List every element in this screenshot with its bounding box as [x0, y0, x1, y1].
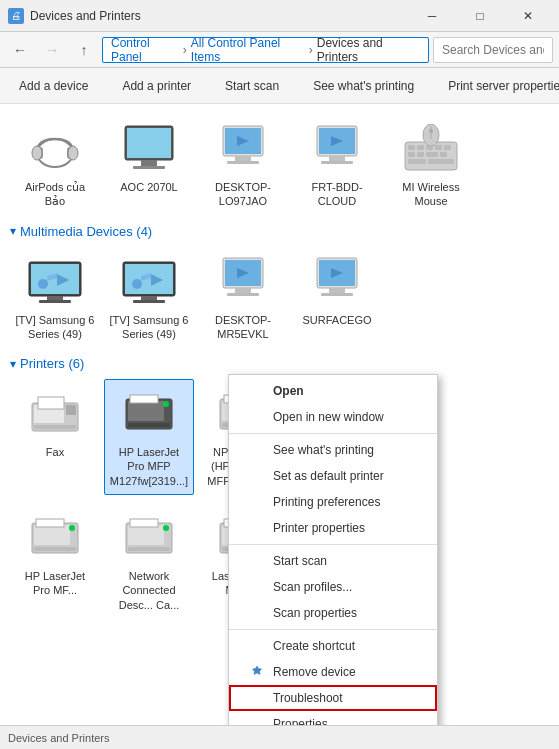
- address-path[interactable]: Control Panel › All Control Panel Items …: [102, 37, 429, 63]
- device-tv1[interactable]: [TV] Samsung 6 Series (49): [10, 247, 100, 349]
- svg-rect-59: [34, 425, 76, 429]
- device-mi-mouse[interactable]: MI Wireless Mouse: [386, 114, 476, 216]
- svg-point-64: [163, 401, 169, 407]
- ctx-remove-device[interactable]: Remove device: [229, 659, 437, 685]
- svg-rect-28: [440, 152, 447, 157]
- svg-rect-58: [66, 405, 76, 415]
- add-printer-button[interactable]: Add a printer: [111, 72, 202, 100]
- top-devices-grid: AirPods của Bảo AOC 2070L: [10, 114, 549, 216]
- multimedia-section-header[interactable]: Multimedia Devices (4): [10, 224, 549, 239]
- device-hp-laserjet-selected[interactable]: HP LaserJet Pro MFP M127fw[2319...]: [104, 379, 194, 495]
- svg-point-74: [69, 525, 75, 531]
- context-menu: Open Open in new window See what's print…: [228, 374, 438, 725]
- ctx-troubleshoot-icon: [249, 690, 265, 706]
- ctx-open[interactable]: Open: [229, 378, 437, 404]
- tv2-icon: [119, 254, 179, 309]
- svg-rect-73: [34, 547, 76, 551]
- device-airpods[interactable]: AirPods của Bảo: [10, 114, 100, 216]
- svg-rect-45: [133, 300, 165, 303]
- device-desktop1[interactable]: DESKTOP-LO97JAO: [198, 114, 288, 216]
- ctx-printer-props[interactable]: Printer properties: [229, 515, 437, 541]
- minimize-button[interactable]: ─: [409, 0, 455, 32]
- forward-button[interactable]: →: [38, 36, 66, 64]
- search-input[interactable]: [433, 37, 553, 63]
- svg-rect-7: [141, 160, 157, 166]
- close-button[interactable]: ✕: [505, 0, 551, 32]
- svg-rect-75: [36, 519, 64, 527]
- svg-rect-21: [417, 145, 424, 150]
- window-title: Devices and Printers: [30, 9, 141, 23]
- svg-point-36: [38, 279, 48, 289]
- device-tv2[interactable]: [TV] Samsung 6 Series (49): [104, 247, 194, 349]
- hp2-label: HP LaserJet Pro MF...: [15, 569, 95, 598]
- ctx-default-printer[interactable]: Set as default printer: [229, 463, 437, 489]
- ctx-open-new-icon: [249, 409, 265, 425]
- svg-rect-80: [130, 519, 158, 527]
- svg-rect-13: [227, 161, 259, 164]
- ctx-printer-props-icon: [249, 520, 265, 536]
- svg-rect-77: [128, 525, 164, 545]
- window-controls: ─ □ ✕: [409, 0, 551, 32]
- title-bar: 🖨 Devices and Printers ─ □ ✕: [0, 0, 559, 32]
- device-aoc[interactable]: AOC 2070L: [104, 114, 194, 216]
- hp-laserjet-selected-label: HP LaserJet Pro MFP M127fw[2319...]: [109, 445, 189, 488]
- device-frt[interactable]: FRT-BDD-CLOUD: [292, 114, 382, 216]
- see-whats-printing-button[interactable]: See what's printing: [302, 72, 425, 100]
- aoc-label: AOC 2070L: [120, 180, 177, 194]
- svg-rect-62: [128, 401, 164, 421]
- svg-rect-41: [125, 264, 173, 294]
- ctx-printing-prefs[interactable]: Printing preferences: [229, 489, 437, 515]
- svg-rect-23: [435, 145, 442, 150]
- maximize-button[interactable]: □: [457, 0, 503, 32]
- ctx-create-shortcut[interactable]: Create shortcut: [229, 633, 437, 659]
- start-scan-button[interactable]: Start scan: [214, 72, 290, 100]
- network-icon: [119, 510, 179, 565]
- svg-rect-54: [329, 288, 345, 293]
- svg-rect-50: [227, 293, 259, 296]
- path-current: Devices and Printers: [317, 36, 420, 64]
- ctx-create-shortcut-icon: [249, 638, 265, 654]
- svg-rect-12: [235, 156, 251, 161]
- app-icon: 🖨: [8, 8, 24, 24]
- frt-icon: [307, 121, 367, 176]
- svg-rect-27: [426, 152, 438, 157]
- device-surfacego[interactable]: SURFACEGO: [292, 247, 382, 349]
- svg-rect-38: [47, 296, 63, 300]
- ctx-default-icon: [249, 468, 265, 484]
- path-all-items[interactable]: All Control Panel Items: [191, 36, 305, 64]
- svg-rect-63: [128, 423, 170, 427]
- path-control-panel[interactable]: Control Panel: [111, 36, 179, 64]
- multimedia-section-label: Multimedia Devices (4): [20, 224, 152, 239]
- svg-rect-20: [408, 145, 415, 150]
- svg-rect-39: [39, 300, 71, 303]
- tv1-icon: [25, 254, 85, 309]
- device-network[interactable]: Network Connected Desc... Ca...: [104, 503, 194, 619]
- ctx-see-printing-icon: [249, 442, 265, 458]
- back-button[interactable]: ←: [6, 36, 34, 64]
- ctx-scan-profiles-icon: [249, 579, 265, 595]
- ctx-sep-2: [229, 544, 437, 545]
- ctx-start-scan-icon: [249, 553, 265, 569]
- device-desktop-mr5[interactable]: DESKTOP-MR5EVKL: [198, 247, 288, 349]
- ctx-see-printing[interactable]: See what's printing: [229, 437, 437, 463]
- ctx-open-new-window[interactable]: Open in new window: [229, 404, 437, 430]
- ctx-start-scan[interactable]: Start scan: [229, 548, 437, 574]
- ctx-troubleshoot[interactable]: Troubleshoot: [229, 685, 437, 711]
- ctx-scan-profiles[interactable]: Scan profiles...: [229, 574, 437, 600]
- svg-point-79: [163, 525, 169, 531]
- desktop1-label: DESKTOP-LO97JAO: [203, 180, 283, 209]
- hp-laserjet-selected-icon: [119, 386, 179, 441]
- status-bar: Devices and Printers: [0, 725, 559, 749]
- hp2-icon: [25, 510, 85, 565]
- device-hp2[interactable]: HP LaserJet Pro MF...: [10, 503, 100, 619]
- device-fax[interactable]: Fax: [10, 379, 100, 495]
- svg-rect-44: [141, 296, 157, 300]
- svg-rect-60: [38, 397, 64, 409]
- printers-section-header[interactable]: Printers (6): [10, 356, 549, 371]
- print-server-button[interactable]: Print server properties: [437, 72, 559, 100]
- ctx-scan-props[interactable]: Scan properties: [229, 600, 437, 626]
- ctx-remove-device-icon: [249, 664, 265, 680]
- up-button[interactable]: ↑: [70, 36, 98, 64]
- ctx-properties[interactable]: Properties: [229, 711, 437, 725]
- add-device-button[interactable]: Add a device: [8, 72, 99, 100]
